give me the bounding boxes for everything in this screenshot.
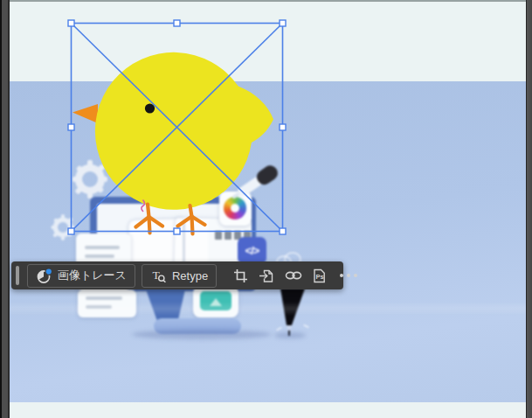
retype-button[interactable]: T Retype (142, 264, 217, 288)
edit-in-photoshop-button[interactable]: Ps (313, 268, 326, 283)
selection-handle-w[interactable] (68, 124, 74, 130)
drag-handle[interactable] (16, 266, 19, 285)
photoshop-icon: Ps (313, 268, 326, 283)
selection-frame (72, 24, 283, 232)
link-icon (285, 268, 302, 282)
selection-handle-nw[interactable] (68, 20, 74, 26)
selection-handle-n[interactable] (174, 20, 180, 26)
contextual-task-bar: 画像トレース T Retype (11, 261, 343, 289)
link-options-button[interactable] (285, 268, 302, 282)
embed-icon (259, 268, 274, 283)
selection-handle-ne[interactable] (280, 20, 286, 26)
selection-handle-sw[interactable] (68, 228, 74, 234)
task-bar-icon-group: Ps (228, 268, 366, 283)
selection-handle-e[interactable] (280, 124, 286, 130)
retype-label: Retype (172, 269, 208, 282)
illustrator-document-window: </> (0, 0, 532, 418)
ellipsis-icon (340, 274, 357, 277)
crop-icon (233, 268, 248, 283)
retype-icon: T (150, 268, 167, 283)
right-panel-edge (526, 0, 532, 418)
left-panel-edge (0, 0, 10, 418)
embed-image-button[interactable] (259, 268, 274, 283)
crop-image-button[interactable] (233, 268, 248, 283)
image-trace-label: 画像トレース (58, 268, 127, 283)
more-options-button[interactable] (336, 274, 361, 277)
selection-handle-se[interactable] (280, 228, 286, 234)
canvas-top-edge (10, 0, 527, 2)
selection-handle-s[interactable] (174, 228, 180, 234)
image-trace-button[interactable]: 画像トレース (27, 264, 135, 288)
selection-bounding-box[interactable] (0, 0, 532, 418)
image-trace-icon (36, 268, 52, 284)
svg-text:Ps: Ps (316, 273, 324, 281)
